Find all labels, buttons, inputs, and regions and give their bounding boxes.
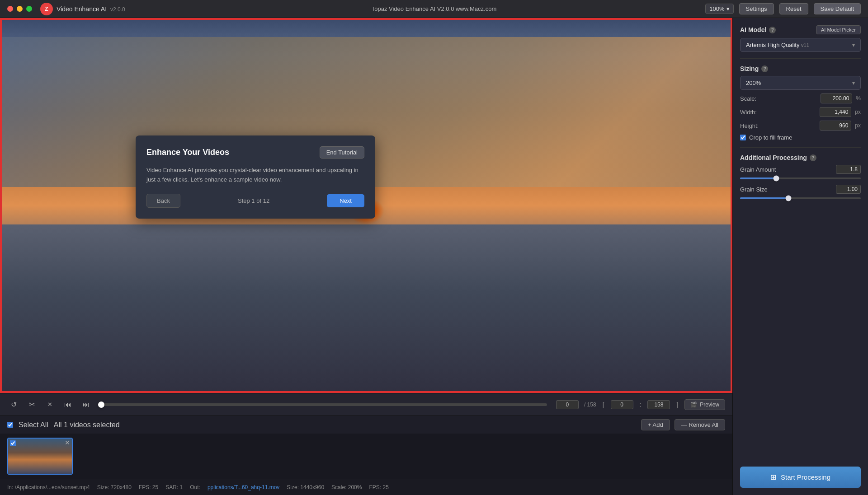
bracket-close: ] bbox=[675, 401, 679, 408]
main-layout: Enhance Your Videos End Tutorial Video E… bbox=[0, 18, 868, 495]
red-border-top bbox=[0, 18, 732, 20]
thumbnail-checkbox[interactable] bbox=[10, 440, 16, 446]
grain-amount-input[interactable] bbox=[836, 165, 861, 174]
remove-all-button[interactable]: — Remove All bbox=[675, 419, 725, 430]
sizing-header: Sizing ? bbox=[740, 65, 861, 72]
ai-model-help-icon[interactable]: ? bbox=[769, 27, 776, 33]
sizing-title: Sizing ? bbox=[740, 65, 768, 72]
reset-button[interactable]: Reset bbox=[779, 3, 808, 14]
sizing-section: Sizing ? 200% ▾ Scale: % Width: px bbox=[740, 65, 861, 141]
additional-processing-help-icon[interactable]: ? bbox=[810, 154, 816, 161]
grain-size-slider[interactable] bbox=[740, 197, 861, 199]
preview-button[interactable]: 🎬 Preview bbox=[684, 399, 725, 410]
scale-row: Scale: % bbox=[740, 93, 861, 103]
titlebar: Z Video Enhance AI v2.0.0 Topaz Video En… bbox=[0, 0, 868, 18]
video-icon: 🎬 bbox=[690, 402, 697, 408]
in-fps: FPS: 25 bbox=[139, 484, 158, 490]
close-traffic-light[interactable] bbox=[7, 6, 13, 12]
ai-model-title: AI Model ? bbox=[740, 26, 776, 33]
grain-size-fill bbox=[740, 197, 788, 199]
out-label: Out: bbox=[190, 484, 200, 490]
add-video-button[interactable]: + Add bbox=[641, 419, 670, 430]
end-tutorial-button[interactable]: End Tutorial bbox=[320, 146, 364, 159]
red-border-left bbox=[0, 18, 2, 393]
divider-1 bbox=[740, 58, 861, 59]
out-scale: Scale: 200% bbox=[331, 484, 362, 490]
select-all-checkbox[interactable] bbox=[7, 422, 13, 428]
tutorial-footer: Back Step 1 of 12 Next bbox=[146, 194, 364, 208]
process-icon: ⊞ bbox=[770, 473, 776, 481]
additional-processing-title: Additional Processing ? bbox=[740, 154, 816, 161]
grain-size-thumb[interactable] bbox=[785, 196, 791, 201]
grain-amount-slider[interactable] bbox=[740, 177, 861, 179]
app-logo: Z bbox=[40, 3, 53, 15]
next-button[interactable]: Next bbox=[327, 194, 364, 207]
right-panel: AI Model ? AI Model Picker Artemis High … bbox=[732, 18, 868, 495]
ai-model-name: Artemis High Quality v11 bbox=[746, 42, 809, 48]
tutorial-header: Enhance Your Videos End Tutorial bbox=[146, 146, 364, 159]
crop-to-fill-label: Crop to fill frame bbox=[749, 134, 792, 141]
play-icon: ⏮ bbox=[64, 401, 71, 409]
colon-separator: : bbox=[639, 401, 642, 408]
crop-to-fill-checkbox[interactable] bbox=[740, 135, 746, 140]
maximize-traffic-light[interactable] bbox=[26, 6, 32, 12]
skip-forward-icon: ⏭ bbox=[82, 401, 90, 409]
additional-processing-section: Additional Processing ? Grain Amount Gr bbox=[740, 154, 861, 201]
progress-bar[interactable] bbox=[101, 403, 547, 406]
sizing-help-icon[interactable]: ? bbox=[761, 65, 768, 72]
filmstrip-bar: Select All All 1 videos selected + Add —… bbox=[0, 416, 732, 434]
titlebar-left: Z Video Enhance AI v2.0.0 bbox=[7, 3, 125, 15]
sizing-dropdown[interactable]: 200% ▾ bbox=[740, 76, 861, 90]
in-sar: SAR: 1 bbox=[165, 484, 183, 490]
progress-thumb[interactable] bbox=[98, 402, 104, 408]
current-frame-input[interactable] bbox=[556, 400, 579, 409]
ai-model-dropdown[interactable]: Artemis High Quality v11 ▾ bbox=[740, 38, 861, 52]
grain-amount-row: Grain Amount bbox=[740, 165, 861, 181]
thumbnail-close-icon[interactable]: ✕ bbox=[65, 439, 70, 446]
divider-2 bbox=[740, 147, 861, 148]
skip-forward-button[interactable]: ⏭ bbox=[80, 398, 92, 411]
scale-input[interactable] bbox=[821, 93, 852, 103]
additional-processing-header: Additional Processing ? bbox=[740, 154, 861, 161]
grain-size-input[interactable] bbox=[836, 185, 861, 194]
ai-model-picker-button[interactable]: AI Model Picker bbox=[816, 25, 861, 34]
minimize-traffic-light[interactable] bbox=[17, 6, 23, 12]
zoom-control[interactable]: 100% ▾ bbox=[705, 4, 733, 14]
ai-model-header: AI Model ? AI Model Picker bbox=[740, 25, 861, 34]
controls-bar: ↺ ✂ ✕ ⏮ ⏭ / 158 [ : ] bbox=[0, 393, 732, 416]
cut-icon: ✂ bbox=[29, 400, 35, 409]
settings-button[interactable]: Settings bbox=[739, 3, 774, 14]
back-button[interactable]: Back bbox=[146, 194, 180, 208]
filmstrip-actions: + Add — Remove All bbox=[641, 419, 725, 430]
step-indicator: Step 1 of 12 bbox=[238, 197, 269, 204]
out-path-link[interactable]: pplications/T...60_ahq-11.mov bbox=[208, 484, 279, 490]
red-border-bottom bbox=[0, 391, 732, 393]
window-title: Topaz Video Enhance AI V2.0.0 www.Macz.c… bbox=[372, 5, 497, 12]
cut-button[interactable]: ✂ bbox=[25, 398, 38, 411]
select-all-label: Select All bbox=[19, 421, 48, 429]
video-area: Enhance Your Videos End Tutorial Video E… bbox=[0, 18, 732, 495]
height-input[interactable] bbox=[820, 121, 851, 131]
grain-amount-thumb[interactable] bbox=[774, 176, 779, 182]
cross-icon: ✕ bbox=[47, 401, 52, 408]
thumbnail-item[interactable]: ✕ bbox=[7, 438, 73, 475]
cross-button[interactable]: ✕ bbox=[43, 398, 56, 411]
bracket-open: [ bbox=[602, 401, 605, 408]
save-default-button[interactable]: Save Default bbox=[814, 3, 861, 14]
tutorial-title: Enhance Your Videos bbox=[146, 148, 229, 157]
refresh-icon: ↺ bbox=[11, 400, 17, 409]
in-size: Size: 720x480 bbox=[97, 484, 132, 490]
start-processing-button[interactable]: ⊞ Start Processing bbox=[740, 467, 861, 488]
refresh-button[interactable]: ↺ bbox=[7, 398, 20, 411]
grain-amount-header: Grain Amount bbox=[740, 165, 861, 174]
thumbnail-image bbox=[8, 439, 72, 474]
out-fps: FPS: 25 bbox=[369, 484, 388, 490]
status-bar: In: /Applications/...eos/sunset.mp4 Size… bbox=[0, 479, 732, 495]
height-row: Height: px bbox=[740, 121, 861, 131]
play-button[interactable]: ⏮ bbox=[61, 398, 74, 411]
range-start-input[interactable] bbox=[611, 400, 633, 409]
grain-amount-label: Grain Amount bbox=[740, 166, 776, 173]
width-input[interactable] bbox=[820, 107, 851, 117]
grain-size-label: Grain Size bbox=[740, 186, 768, 193]
range-end-input[interactable] bbox=[647, 400, 670, 409]
